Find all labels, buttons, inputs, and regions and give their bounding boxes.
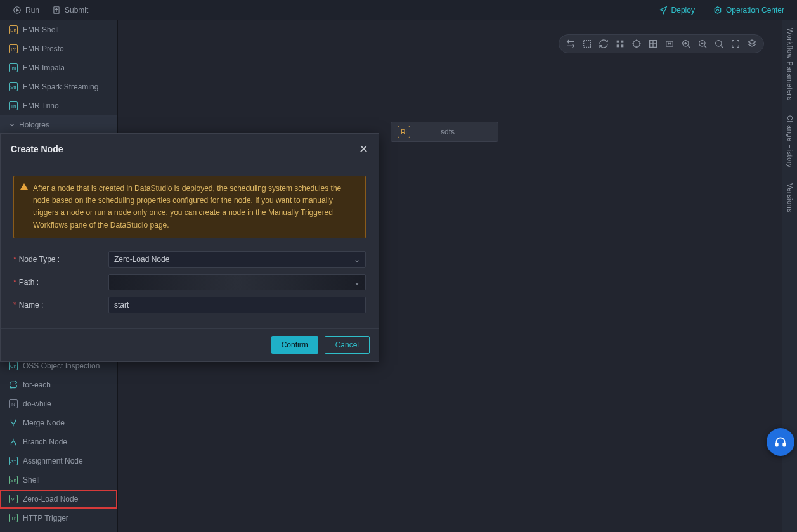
sidebar-item-label: EMR Trino	[23, 101, 59, 110]
zoom-out-icon[interactable]	[697, 39, 708, 49]
sidebar-item-assignment-node[interactable]: A=Assignment Node	[0, 451, 117, 470]
sidebar-item-label: EMR Spark Streaming	[23, 82, 98, 91]
sidebar-item-label: Zero-Load Node	[23, 495, 78, 503]
svg-rect-5	[617, 41, 619, 43]
svg-rect-7	[617, 44, 619, 47]
sidebar-item-emr-shell[interactable]: ShEMR Shell	[0, 20, 117, 39]
badge-icon: Im	[9, 63, 18, 72]
deploy-label: Deploy	[671, 6, 695, 15]
badge-icon: Sh	[9, 25, 18, 34]
sidebar-group-hologres[interactable]: Hologres	[0, 115, 117, 134]
close-icon[interactable]: ✕	[359, 142, 368, 156]
modal-body: After a node that is created in DataStud…	[1, 164, 379, 328]
swap-icon[interactable]	[566, 39, 576, 49]
grid2-icon[interactable]	[648, 39, 658, 49]
help-fab[interactable]	[767, 428, 794, 456]
play-icon	[13, 6, 22, 15]
field-path: *Path : ⌄	[13, 274, 366, 290]
merge-icon	[9, 418, 18, 427]
sidebar-item-label: Branch Node	[23, 438, 67, 446]
canvas-toolbar	[559, 34, 764, 53]
sidebar-item-emr-impala[interactable]: ImEMR Impala	[0, 58, 117, 77]
svg-marker-2	[715, 6, 720, 13]
sidebar-group-label: Hologres	[19, 120, 49, 129]
refresh-icon[interactable]	[599, 39, 609, 49]
operation-center-button[interactable]: Operation Center	[707, 6, 791, 15]
node-icon: Ri	[398, 126, 410, 138]
sidebar-item-label: OSS Object Inspection	[23, 361, 100, 370]
sidebar-item-label: Merge Node	[23, 418, 65, 427]
top-toolbar: Run Submit Deploy Operation Center	[0, 0, 797, 20]
field-name: *Name :	[13, 297, 366, 313]
svg-rect-8	[621, 44, 623, 47]
sidebar-item-do-while[interactable]: Ndo-while	[0, 394, 117, 413]
badge-icon: Tri	[9, 101, 18, 110]
svg-rect-15	[783, 443, 785, 446]
headset-icon	[774, 436, 787, 448]
select-icon[interactable]	[582, 39, 592, 49]
sidebar-item-for-each[interactable]: for-each	[0, 375, 117, 394]
zoom-in-icon[interactable]	[681, 39, 691, 49]
upload-icon	[52, 6, 61, 15]
sidebar-item-label: for-each	[23, 380, 51, 389]
name-input[interactable]	[108, 297, 366, 313]
rail-tab-workflow-parameters[interactable]: Workflow Parameters	[786, 28, 794, 100]
badge-icon: N	[9, 399, 18, 408]
modal-alert: After a node that is created in DataStud…	[13, 176, 366, 238]
badge-icon: Ch	[9, 361, 18, 370]
submit-label: Submit	[65, 6, 88, 15]
sidebar-item-label: Assignment Node	[23, 457, 83, 465]
node-type-value: Zero-Load Node	[114, 255, 169, 264]
chevron-down-icon	[9, 122, 15, 128]
submit-button[interactable]: Submit	[46, 6, 94, 15]
paper-plane-icon	[659, 6, 668, 15]
fit-width-icon[interactable]	[664, 39, 675, 49]
sidebar-item-zero-load-node[interactable]: ViZero-Load Node	[0, 490, 117, 509]
loop-icon	[9, 380, 18, 389]
sidebar-item-merge-node[interactable]: Merge Node	[0, 413, 117, 432]
svg-rect-4	[584, 41, 591, 48]
search-icon[interactable]	[714, 39, 724, 49]
target-icon[interactable]	[632, 39, 642, 49]
divider	[704, 6, 704, 15]
fullscreen-icon[interactable]	[730, 39, 741, 49]
sidebar-item-label: Shell	[23, 476, 40, 484]
svg-rect-6	[621, 41, 623, 43]
modal-footer: Confirm Cancel	[1, 328, 379, 361]
badge-icon: Sh	[9, 476, 18, 484]
canvas-node[interactable]: Ri sdfs	[391, 122, 498, 142]
grid-icon[interactable]	[615, 39, 625, 49]
sidebar-item-label: HTTP Trigger	[23, 514, 68, 522]
path-select[interactable]: ⌄	[108, 274, 366, 290]
chevron-down-icon: ⌄	[354, 278, 360, 287]
name-label: *Name :	[13, 301, 108, 309]
sidebar-item-shell[interactable]: ShShell	[0, 470, 117, 490]
confirm-button[interactable]: Confirm	[271, 336, 318, 354]
layers-icon[interactable]	[747, 39, 757, 49]
sidebar-item-http-trigger[interactable]: TrHTTP Trigger	[0, 509, 117, 528]
sidebar-item-branch-node[interactable]: Branch Node	[0, 432, 117, 451]
path-label: *Path :	[13, 278, 108, 287]
svg-point-3	[716, 9, 719, 11]
node-type-select[interactable]: Zero-Load Node ⌄	[108, 251, 366, 268]
rail-tab-versions[interactable]: Versions	[786, 183, 794, 212]
sidebar-item-emr-presto[interactable]: PrEMR Presto	[0, 39, 117, 58]
modal-header: Create Node ✕	[1, 134, 379, 164]
rail-tab-change-history[interactable]: Change History	[786, 115, 794, 168]
alert-text: After a node that is created in DataStud…	[33, 184, 341, 230]
cancel-button[interactable]: Cancel	[325, 336, 370, 354]
badge-icon: A=	[9, 457, 18, 465]
chevron-down-icon: ⌄	[354, 255, 360, 264]
sidebar-item-emr-trino[interactable]: TriEMR Trino	[0, 96, 117, 115]
branch-icon	[9, 438, 18, 446]
create-node-modal: Create Node ✕ After a node that is creat…	[0, 133, 379, 362]
modal-title: Create Node	[11, 144, 63, 154]
operation-center-label: Operation Center	[726, 6, 784, 15]
ops-icon	[713, 6, 722, 15]
deploy-button[interactable]: Deploy	[652, 6, 701, 15]
run-button[interactable]: Run	[6, 6, 46, 15]
sidebar-item-emr-spark-streaming[interactable]: StrEMR Spark Streaming	[0, 77, 117, 96]
node-type-label: *Node Type :	[13, 255, 108, 264]
badge-icon: Str	[9, 82, 18, 91]
badge-icon: Pr	[9, 44, 18, 53]
